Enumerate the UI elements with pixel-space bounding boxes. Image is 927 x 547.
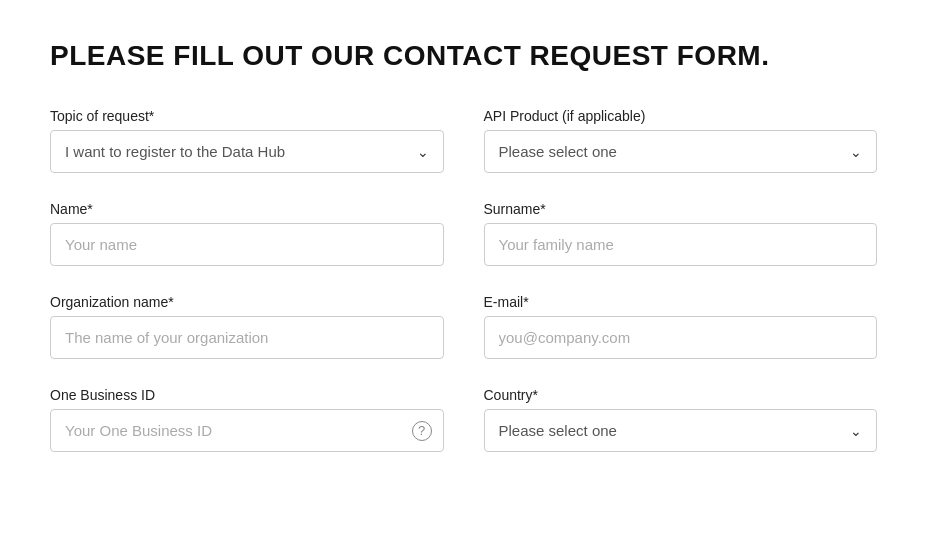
- form-group-business-id: One Business ID ?: [50, 387, 444, 452]
- surname-input[interactable]: [484, 223, 878, 266]
- form-group-email: E-mail*: [484, 294, 878, 359]
- form-group-name: Name*: [50, 201, 444, 266]
- email-input[interactable]: [484, 316, 878, 359]
- form-group-topic: Topic of request* I want to register to …: [50, 108, 444, 173]
- api-product-select-wrapper[interactable]: Please select one ⌄: [484, 130, 878, 173]
- form-group-surname: Surname*: [484, 201, 878, 266]
- business-id-input[interactable]: [50, 409, 444, 452]
- form-group-api-product: API Product (if applicable) Please selec…: [484, 108, 878, 173]
- organization-input[interactable]: [50, 316, 444, 359]
- business-id-help-icon[interactable]: ?: [412, 421, 432, 441]
- name-input[interactable]: [50, 223, 444, 266]
- page-title: PLEASE FILL OUT OUR CONTACT REQUEST FORM…: [50, 40, 877, 72]
- email-label: E-mail*: [484, 294, 878, 310]
- country-label: Country*: [484, 387, 878, 403]
- topic-select[interactable]: I want to register to the Data Hub: [51, 131, 443, 172]
- form-group-country: Country* Please select one ⌄: [484, 387, 878, 452]
- name-label: Name*: [50, 201, 444, 217]
- form-group-organization: Organization name*: [50, 294, 444, 359]
- contact-form: Topic of request* I want to register to …: [50, 108, 877, 452]
- topic-label: Topic of request*: [50, 108, 444, 124]
- api-product-select[interactable]: Please select one: [485, 131, 877, 172]
- business-id-label: One Business ID: [50, 387, 444, 403]
- organization-label: Organization name*: [50, 294, 444, 310]
- surname-label: Surname*: [484, 201, 878, 217]
- country-select[interactable]: Please select one: [485, 410, 877, 451]
- api-product-label: API Product (if applicable): [484, 108, 878, 124]
- country-select-wrapper[interactable]: Please select one ⌄: [484, 409, 878, 452]
- topic-select-wrapper[interactable]: I want to register to the Data Hub ⌄: [50, 130, 444, 173]
- business-id-input-wrapper: ?: [50, 409, 444, 452]
